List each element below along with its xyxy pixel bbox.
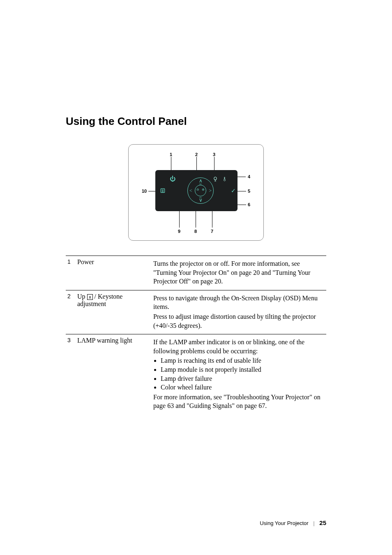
row-label: LAMP warning light [76,334,152,415]
callout-5: 5 [248,189,250,193]
page-footer: Using Your Projector | 25 [260,519,326,526]
row-description: If the LAMP amber indicator is on or bli… [152,334,326,415]
control-panel-diagram: 1 2 3 4 5 6 9 8 7 10 ⏻ [128,144,264,241]
callout-3: 3 [213,152,215,157]
temperature-icon [221,176,228,182]
callout-8: 8 [194,229,197,234]
enter-icon: ✓ [230,187,237,194]
footer-section: Using Your Projector [260,520,309,526]
callout-2: 2 [195,152,198,157]
row-number: 3 [66,334,76,415]
callout-1: 1 [170,152,172,157]
lamp-icon [212,176,219,182]
callout-9: 9 [178,229,180,234]
right-arrow-icon: > [209,188,212,194]
footer-separator: | [313,520,314,526]
page-title: Using the Control Panel [66,115,326,128]
navigation-ring: ∧ ▭ ∨ ▭ < > ⊖ ⊕ [187,177,214,204]
menu-icon [159,187,166,194]
row-number: 1 [66,256,76,290]
power-icon: ⏻ [169,176,176,182]
description-table: 1 Power Turns the projector on or off. F… [66,256,326,415]
callout-10: 10 [142,189,147,193]
control-panel-face: ⏻ ✓ ∧ ▭ ∨ ▭ < > [155,170,238,211]
row-description: Press to navigate through the On-Screen … [152,290,326,334]
callout-4: 4 [248,174,250,179]
row-label: Up ∧ / Keystone adjustment [76,290,152,334]
callout-7: 7 [211,229,213,234]
row-label: Power [76,256,152,290]
row-number: 2 [66,290,76,334]
control-panel-diagram-container: 1 2 3 4 5 6 9 8 7 10 ⏻ [66,144,326,241]
nav-center-icon: ⊖ ⊕ [195,185,206,196]
table-row: 3 LAMP warning light If the LAMP amber i… [66,334,326,415]
table-row: 1 Power Turns the projector on or off. F… [66,256,326,290]
leader-line [196,157,197,172]
left-arrow-icon: < [189,188,192,194]
keystone-down-icon: ▭ [199,196,202,199]
row-description: Turns the projector on or off. For more … [152,256,326,290]
footer-page-number: 25 [319,519,326,526]
callout-6: 6 [248,202,250,207]
table-row: 2 Up ∧ / Keystone adjustment Press to na… [66,290,326,334]
